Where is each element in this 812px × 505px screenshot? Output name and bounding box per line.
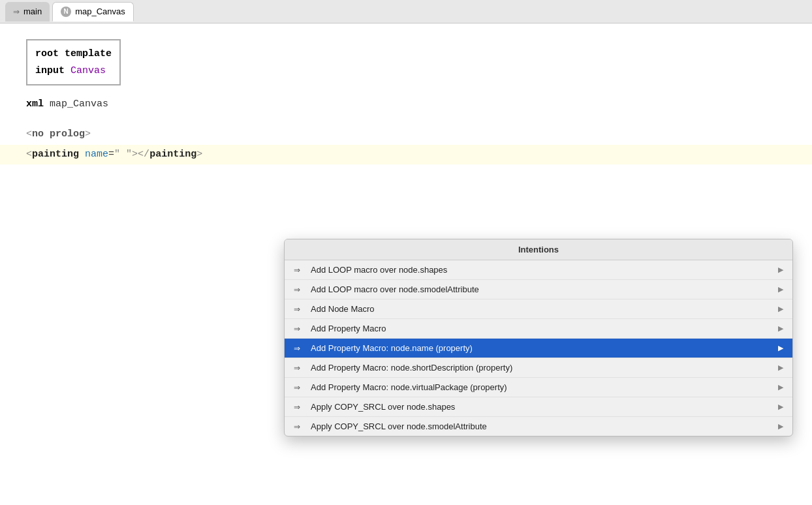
menu-item-node-macro[interactable]: ⇒ Add Node Macro ▶: [285, 299, 792, 319]
macro-icon-0: ⇒: [294, 266, 305, 275]
editor-area: root template input Canvas xml map_Canva…: [0, 23, 812, 505]
menu-header: Intentions: [285, 239, 792, 260]
code-line-painting: <painting name=" "></painting>: [26, 146, 786, 163]
menu-item-property-macro-shortdesc[interactable]: ⇒ Add Property Macro: node.shortDescript…: [285, 358, 792, 378]
macro-icon-8: ⇒: [294, 422, 305, 431]
macro-icon-1: ⇒: [294, 285, 305, 294]
intentions-menu: Intentions ⇒ Add LOOP macro over node.sh…: [284, 239, 793, 436]
n-icon: N: [61, 7, 71, 17]
macro-icon-7: ⇒: [294, 403, 305, 412]
tab-main[interactable]: ⇒ main: [5, 2, 50, 22]
menu-item-copy-shapes[interactable]: ⇒ Apply COPY_SRCL over node.shapes ▶: [285, 397, 792, 417]
code-line-painting-container: <painting name=" "></painting>: [0, 145, 812, 164]
code-line-root: root template: [35, 46, 112, 63]
macro-icon-5: ⇒: [294, 363, 305, 373]
submenu-arrow-7: ▶: [778, 403, 783, 411]
keyword-input: input: [35, 65, 65, 76]
menu-item-copy-smodel[interactable]: ⇒ Apply COPY_SRCL over node.smodelAttrib…: [285, 417, 792, 436]
tab-map-canvas-label: map_Canvas: [75, 7, 125, 16]
menu-item-loop-shapes[interactable]: ⇒ Add LOOP macro over node.shapes ▶: [285, 260, 792, 280]
menu-item-property-macro[interactable]: ⇒ Add Property Macro ▶: [285, 319, 792, 339]
code-line-xml: xml map_Canvas: [26, 96, 786, 113]
code-block: root template input Canvas: [26, 39, 121, 85]
macro-icon-6: ⇒: [294, 383, 305, 392]
keyword-root: root: [35, 48, 59, 59]
submenu-arrow-2: ▶: [778, 305, 783, 313]
keyword-xml: xml: [26, 99, 44, 110]
keyword-template: template: [65, 48, 112, 59]
tab-map-canvas[interactable]: N map_Canvas: [52, 2, 134, 22]
code-line-input: input Canvas: [35, 63, 112, 80]
submenu-arrow-6: ▶: [778, 383, 783, 391]
submenu-arrow-4: ▶: [778, 344, 783, 352]
keyword-canvas: Canvas: [70, 65, 106, 76]
arrow-icon: ⇒: [13, 7, 20, 16]
menu-item-property-macro-shortdesc-label: Add Property Macro: node.shortDescriptio…: [311, 363, 773, 373]
menu-item-property-macro-name[interactable]: ⇒ Add Property Macro: node.name (propert…: [285, 339, 792, 358]
menu-item-copy-smodel-label: Apply COPY_SRCL over node.smodelAttribut…: [311, 421, 773, 431]
menu-item-copy-shapes-label: Apply COPY_SRCL over node.shapes: [311, 402, 773, 412]
menu-item-loop-smodel[interactable]: ⇒ Add LOOP macro over node.smodelAttribu…: [285, 280, 792, 299]
tab-bar: ⇒ main N map_Canvas: [0, 0, 812, 23]
menu-item-property-macro-virtual-label: Add Property Macro: node.virtualPackage …: [311, 382, 773, 392]
submenu-arrow-0: ▶: [778, 266, 783, 274]
macro-icon-4: ⇒: [294, 344, 305, 353]
menu-item-property-macro-virtual[interactable]: ⇒ Add Property Macro: node.virtualPackag…: [285, 378, 792, 397]
menu-item-node-macro-label: Add Node Macro: [311, 304, 773, 314]
macro-icon-3: ⇒: [294, 324, 305, 333]
menu-item-property-macro-name-label: Add Property Macro: node.name (property): [311, 343, 773, 353]
code-line-noprolog: <no prolog>: [26, 126, 786, 143]
macro-icon-2: ⇒: [294, 305, 305, 314]
menu-item-loop-smodel-label: Add LOOP macro over node.smodelAttribute: [311, 284, 773, 294]
submenu-arrow-1: ▶: [778, 285, 783, 294]
submenu-arrow-8: ▶: [778, 422, 783, 431]
submenu-arrow-5: ▶: [778, 363, 783, 372]
tab-main-label: main: [23, 7, 42, 16]
menu-item-loop-shapes-label: Add LOOP macro over node.shapes: [311, 265, 773, 275]
submenu-arrow-3: ▶: [778, 324, 783, 333]
menu-item-property-macro-label: Add Property Macro: [311, 324, 773, 333]
